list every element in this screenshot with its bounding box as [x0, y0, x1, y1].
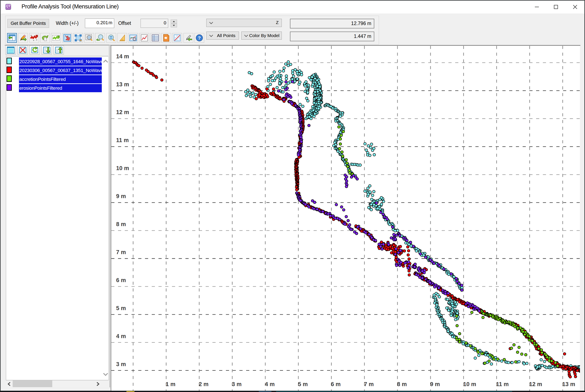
svg-text:14 m: 14 m: [116, 53, 129, 60]
svg-text:4 m: 4 m: [116, 333, 126, 339]
svg-text:4 m: 4 m: [265, 381, 275, 387]
svg-text:?: ?: [198, 35, 201, 41]
svg-text:8 m: 8 m: [397, 381, 407, 387]
svg-text:7 m: 7 m: [116, 249, 126, 255]
svg-text:8 m: 8 m: [116, 221, 126, 227]
svg-text:1 m: 1 m: [166, 381, 176, 387]
svg-text:2 m: 2 m: [199, 381, 209, 387]
svg-text:10 m: 10 m: [463, 381, 476, 387]
svg-text:3 m: 3 m: [232, 381, 242, 387]
svg-text:12 m: 12 m: [529, 381, 542, 387]
svg-text:5 m: 5 m: [298, 381, 308, 387]
svg-text:6 m: 6 m: [116, 277, 126, 283]
svg-text:9 m: 9 m: [430, 381, 440, 387]
svg-text:11 m: 11 m: [496, 381, 509, 387]
svg-text:11 m: 11 m: [116, 137, 129, 143]
svg-text:13 m: 13 m: [116, 81, 129, 88]
svg-text:12 m: 12 m: [116, 109, 129, 115]
svg-text:9 m: 9 m: [116, 193, 126, 199]
svg-text:13 m: 13 m: [562, 381, 575, 387]
svg-text:3 m: 3 m: [116, 361, 126, 367]
svg-text:10 m: 10 m: [116, 165, 129, 171]
svg-text:6 m: 6 m: [331, 381, 341, 387]
svg-text:5 m: 5 m: [116, 305, 126, 311]
svg-text:7 m: 7 m: [364, 381, 374, 387]
